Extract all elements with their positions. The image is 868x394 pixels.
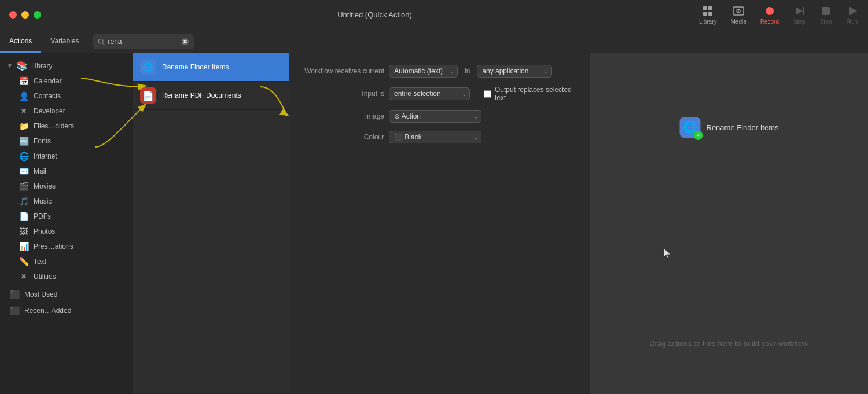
standalone-section: ⬛ Most Used ⬛ Recen…Added: [0, 286, 133, 319]
files-folders-icon: 📁: [19, 121, 29, 131]
search-input[interactable]: rena: [108, 38, 178, 46]
sidebar-item-label: Utilities: [34, 273, 56, 281]
sidebar-item-fonts[interactable]: 🔤 Fonts: [2, 134, 130, 149]
svg-rect-10: [822, 7, 830, 15]
run-icon: [846, 5, 859, 17]
run-label: Run: [847, 19, 858, 25]
tab-variables[interactable]: Variables: [41, 30, 88, 53]
sidebar-item-label: Most Used: [24, 290, 57, 299]
in-label: in: [465, 67, 470, 75]
sidebar-item-mail[interactable]: ✉️ Mail: [2, 164, 130, 179]
image-label: Image: [303, 112, 384, 120]
svg-line-13: [102, 43, 104, 45]
close-button[interactable]: [9, 11, 17, 19]
sidebar-item-calendar[interactable]: 📅 Calendar: [2, 73, 130, 89]
add-badge: +: [694, 131, 703, 140]
svg-rect-3: [708, 12, 712, 16]
in-application-select[interactable]: any application: [477, 65, 552, 78]
maximize-button[interactable]: [34, 11, 41, 19]
sidebar-item-utilities[interactable]: ✖ Utilities: [2, 269, 130, 284]
sidebar-item-pdfs[interactable]: 📄 PDFs: [2, 209, 130, 224]
stop-toolbar-button[interactable]: Stop: [819, 5, 832, 25]
record-toolbar-button[interactable]: Record: [760, 5, 779, 25]
sidebar-item-label: PDFs: [34, 212, 51, 220]
sidebar-item-recently-added[interactable]: ⬛ Recen…Added: [2, 303, 130, 319]
result-name: Rename Finder Items: [162, 63, 229, 71]
workflow-receives-select[interactable]: Automatic (text): [389, 65, 458, 78]
sidebar-item-presentations[interactable]: 📊 Pres…ations: [2, 239, 130, 254]
sidebar-item-label: Music: [34, 197, 52, 205]
stop-label: Stop: [820, 19, 832, 25]
input-is-select-wrapper: entire selection ⌄: [389, 87, 470, 100]
sidebar-item-developer[interactable]: ✖ Developer: [2, 104, 130, 119]
svg-rect-1: [708, 6, 712, 10]
sidebar-item-label: Contacts: [34, 92, 61, 100]
image-select[interactable]: ⊙ Action: [389, 110, 481, 123]
image-row: Image ⊙ Action ⌄: [303, 110, 576, 123]
media-toolbar-button[interactable]: Media: [731, 5, 746, 25]
svg-marker-8: [796, 7, 803, 15]
action-name: Rename Finder Items: [707, 123, 779, 132]
library-label: Library: [31, 62, 53, 70]
in-application-select-wrapper: any application ⌄: [477, 65, 552, 78]
svg-rect-2: [703, 12, 707, 16]
sidebar-item-label: Text: [34, 257, 46, 266]
contacts-icon: 👤: [19, 91, 29, 101]
sidebar: ▼ 📚 Library 📅 Calendar 👤 Contacts ✖ Deve…: [0, 53, 133, 394]
sidebar-item-label: Mail: [34, 167, 46, 175]
sidebar-item-music[interactable]: 🎵 Music: [2, 194, 130, 209]
workflow-action-card[interactable]: 🌐 + Rename Finder Items: [680, 117, 779, 138]
step-toolbar-button[interactable]: Step: [793, 5, 806, 25]
minimize-button[interactable]: [21, 11, 29, 19]
recently-added-icon: ⬛: [9, 305, 20, 316]
colour-row: Colour ⬛ Black ⌄: [303, 131, 576, 143]
utilities-icon: ✖: [19, 271, 29, 282]
titlebar: Untitled (Quick Action) Library Media: [0, 0, 868, 30]
search-box: rena: [93, 34, 194, 49]
presentations-icon: 📊: [19, 241, 29, 252]
sidebar-item-photos[interactable]: 🖼 Photos: [2, 224, 130, 239]
image-select-wrapper: ⊙ Action ⌄: [389, 110, 481, 123]
record-label: Record: [760, 19, 779, 25]
library-icon: [701, 5, 714, 17]
svg-marker-17: [664, 248, 671, 259]
result-item-rename-finder[interactable]: 🌐 Rename Finder Items: [133, 53, 289, 82]
library-group-header[interactable]: ▼ 📚 Library: [0, 58, 133, 73]
tab-actions[interactable]: Actions: [0, 30, 41, 53]
input-is-row: Input is entire selection ⌄ Output repla…: [303, 86, 576, 102]
sidebar-item-internet[interactable]: 🌐 Internet: [2, 149, 130, 164]
run-toolbar-button[interactable]: Run: [846, 5, 859, 25]
stop-icon: [819, 5, 832, 17]
sidebar-item-most-used[interactable]: ⬛ Most Used: [2, 286, 130, 303]
sidebar-item-text[interactable]: ✏️ Text: [2, 254, 130, 269]
output-replaces-text: Output replaces selected text: [495, 86, 576, 102]
media-label: Media: [731, 19, 746, 25]
output-replaces-checkbox[interactable]: [484, 90, 491, 98]
record-icon: [763, 5, 776, 17]
drag-hint: Drag actions or files here to build your…: [649, 339, 809, 348]
colour-select[interactable]: ⬛ Black: [389, 131, 481, 143]
sidebar-item-label: Files…olders: [34, 122, 74, 130]
input-is-select[interactable]: entire selection: [389, 87, 470, 100]
toolbar-row: Actions Variables rena: [0, 30, 868, 53]
step-label: Step: [793, 19, 806, 25]
sidebar-item-files-folders[interactable]: 📁 Files…olders: [2, 119, 130, 134]
library-toolbar-button[interactable]: Library: [699, 5, 717, 25]
movies-icon: 🎬: [19, 181, 29, 192]
text-icon: ✏️: [19, 256, 29, 267]
workflow-receives-row: Workflow receives current Automatic (tex…: [303, 65, 576, 78]
music-icon: 🎵: [19, 196, 29, 207]
sidebar-item-label: Pres…ations: [34, 242, 73, 251]
search-clear-button[interactable]: [181, 38, 189, 46]
sidebar-item-movies[interactable]: 🎬 Movies: [2, 179, 130, 194]
media-icon: [732, 5, 745, 17]
sidebar-item-label: Developer: [34, 107, 65, 115]
fonts-icon: 🔤: [19, 136, 29, 146]
sidebar-item-contacts[interactable]: 👤 Contacts: [2, 89, 130, 104]
svg-rect-0: [703, 6, 707, 10]
mail-icon: ✉️: [19, 166, 29, 176]
chevron-down-icon: ▼: [7, 62, 13, 69]
result-item-rename-pdf[interactable]: 📄 Rename PDF Documents: [133, 82, 289, 110]
workflow-canvas: 🌐 + Rename Finder Items Drag actions or …: [590, 53, 868, 394]
main-content: ▼ 📚 Library 📅 Calendar 👤 Contacts ✖ Deve…: [0, 53, 868, 394]
